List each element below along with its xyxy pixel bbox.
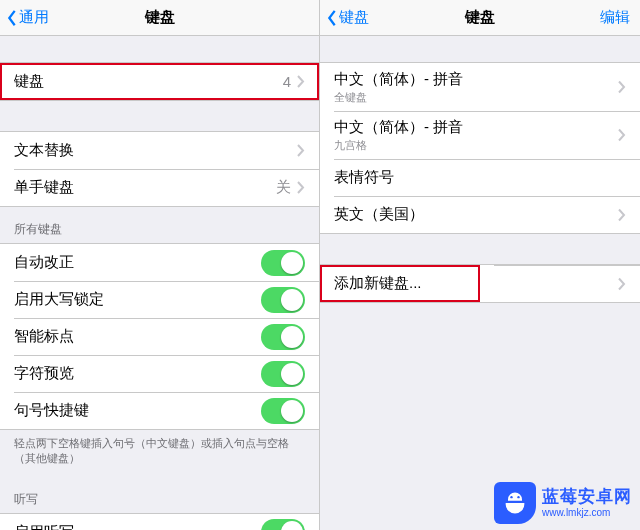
section-header-dictation: 听写 (0, 477, 319, 513)
keyboard-name: 英文（美国） (334, 205, 626, 224)
text-replacement-row[interactable]: 文本替换 (0, 132, 319, 169)
keyboard-item[interactable]: 中文（简体）- 拼音 九宫格 (320, 111, 640, 159)
keyboard-item[interactable]: 表情符号 (320, 159, 640, 196)
svg-point-1 (517, 496, 519, 498)
row-label: 启用听写 (14, 523, 261, 530)
chevron-left-icon (6, 9, 18, 27)
keyboard-name: 中文（简体）- 拼音 (334, 70, 626, 89)
row-value: 4 (283, 73, 291, 90)
period-shortcut-row: 句号快捷键 (0, 392, 319, 429)
row-label: 句号快捷键 (14, 401, 261, 420)
one-handed-row[interactable]: 单手键盘 关 (0, 169, 319, 206)
keyboard-item[interactable]: 中文（简体）- 拼音 全键盘 (320, 63, 640, 111)
watermark: 蓝莓安卓网 www.lmkjz.com (494, 482, 632, 524)
auto-correct-row: 自动改正 (0, 244, 319, 281)
edit-button[interactable]: 编辑 (600, 8, 634, 27)
row-label: 单手键盘 (14, 178, 276, 197)
add-keyboard-row[interactable]: 添加新键盘... (320, 265, 480, 302)
char-preview-row: 字符预览 (0, 355, 319, 392)
svg-point-0 (510, 496, 512, 498)
enable-dictation-row: 启用听写 (0, 514, 319, 530)
row-label: 智能标点 (14, 327, 261, 346)
chevron-right-icon (618, 129, 626, 142)
back-button[interactable]: 键盘 (326, 8, 369, 27)
page-title: 键盘 (465, 8, 495, 27)
caps-lock-row: 启用大写锁定 (0, 281, 319, 318)
watermark-logo-icon (494, 482, 536, 524)
smart-punct-row: 智能标点 (0, 318, 319, 355)
back-label: 通用 (19, 8, 49, 27)
row-label: 启用大写锁定 (14, 290, 261, 309)
section-header: 所有键盘 (0, 207, 319, 243)
char-preview-toggle[interactable] (261, 361, 305, 387)
row-value: 关 (276, 178, 291, 197)
chevron-right-icon (297, 144, 305, 157)
keyboard-item[interactable]: 英文（美国） (320, 196, 640, 233)
row-label: 字符预览 (14, 364, 261, 383)
chevron-left-icon (326, 9, 338, 27)
back-label: 键盘 (339, 8, 369, 27)
keyboard-name: 中文（简体）- 拼音 (334, 118, 626, 137)
keyboard-list-pane: 键盘 键盘 编辑 中文（简体）- 拼音 全键盘 中文（简体）- 拼音 九宫格 表… (320, 0, 640, 530)
caps-lock-toggle[interactable] (261, 287, 305, 313)
chevron-right-icon (297, 181, 305, 194)
chevron-right-icon (618, 208, 626, 221)
keyboard-layout: 全键盘 (334, 90, 626, 105)
dictation-toggle[interactable] (261, 519, 305, 530)
row-label: 键盘 (14, 72, 283, 91)
nav-bar: 通用 键盘 (0, 0, 319, 36)
watermark-title: 蓝莓安卓网 (542, 488, 632, 507)
settings-keyboard-pane: 通用 键盘 键盘 4 文本替换 单手键盘 关 所有键盘 (0, 0, 320, 530)
row-label: 文本替换 (14, 141, 297, 160)
keyboards-row[interactable]: 键盘 4 (0, 63, 319, 100)
keyboard-layout: 九宫格 (334, 138, 626, 153)
chevron-right-icon (618, 277, 626, 290)
page-title: 键盘 (145, 8, 175, 27)
nav-bar: 键盘 键盘 编辑 (320, 0, 640, 36)
row-label: 添加新键盘... (334, 274, 466, 293)
smart-punct-toggle[interactable] (261, 324, 305, 350)
watermark-url: www.lmkjz.com (542, 507, 632, 518)
row-label: 自动改正 (14, 253, 261, 272)
period-shortcut-toggle[interactable] (261, 398, 305, 424)
chevron-right-icon (618, 81, 626, 94)
footer-note: 轻点两下空格键插入句号（中文键盘）或插入句点与空格（其他键盘） (0, 430, 319, 477)
keyboard-name: 表情符号 (334, 168, 626, 187)
chevron-right-icon (297, 75, 305, 88)
back-button[interactable]: 通用 (6, 8, 49, 27)
auto-correct-toggle[interactable] (261, 250, 305, 276)
